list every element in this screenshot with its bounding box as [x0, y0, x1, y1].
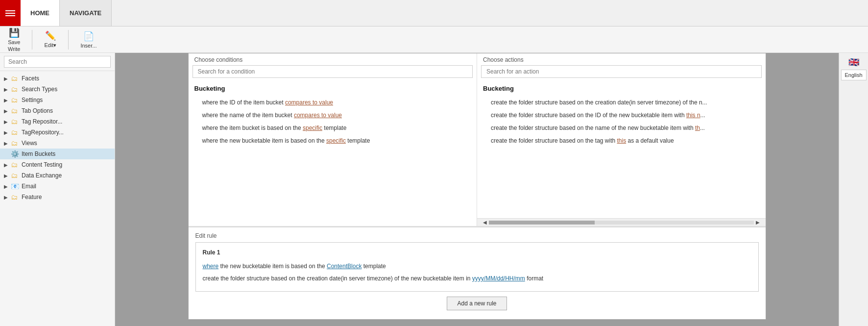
- scroll-thumb: [489, 221, 595, 225]
- add-rule-button[interactable]: Add a new rule: [447, 297, 506, 310]
- condition-item[interactable]: where the ID of the item bucket compares…: [194, 96, 471, 109]
- folder-icon: 🗂: [11, 107, 20, 115]
- save-icon: 💾: [9, 27, 20, 38]
- sidebar-item-label: Content Testing: [22, 161, 62, 168]
- conditions-search-input[interactable]: [193, 65, 473, 78]
- scroll-track[interactable]: [489, 221, 754, 225]
- expand-arrow: ▶: [4, 76, 11, 81]
- expand-arrow: ▶: [4, 87, 11, 92]
- expand-arrow: ▶: [4, 184, 11, 189]
- condition-item[interactable]: where the item bucket is based on the sp…: [194, 122, 471, 134]
- folder-icon: 🗂: [11, 161, 20, 169]
- tab-home[interactable]: HOME: [21, 0, 60, 26]
- action-link[interactable]: this n: [686, 112, 700, 119]
- sidebar-item-feature[interactable]: ▶ 🗂 Feature: [0, 192, 115, 202]
- folder-icon: 🗂: [11, 193, 20, 201]
- sidebar-item-tag-repository2[interactable]: ▶ 🗂 TagRepository...: [0, 127, 115, 138]
- action-link[interactable]: this: [617, 137, 626, 144]
- sidebar-item-label: Tag Repositor...: [22, 118, 62, 125]
- folder-icon: 🗂: [11, 85, 20, 93]
- search-input[interactable]: [4, 56, 111, 68]
- action-item[interactable]: create the folder structure based on the…: [483, 96, 760, 109]
- condition-link[interactable]: compares to value: [294, 112, 342, 119]
- edit-icon: ✏️: [45, 30, 56, 41]
- folder-icon: 🗂: [11, 118, 20, 125]
- expand-arrow: ▶: [4, 141, 11, 146]
- sidebar-item-facets[interactable]: ▶ 🗂 Facets: [0, 73, 115, 84]
- rule-condition-suffix: template: [363, 263, 386, 270]
- sidebar-item-label: Item Buckets: [22, 150, 55, 157]
- sidebar-item-label: Data Exchange: [22, 172, 62, 179]
- sidebar-item-tag-repository1[interactable]: ▶ 🗂 Tag Repositor...: [0, 116, 115, 127]
- modal-overlay: Choose conditions Bucketing where the ID…: [115, 53, 839, 326]
- sidebar-item-label: Views: [22, 140, 37, 147]
- rule-condition-text: the new bucketable item is based on the: [220, 263, 327, 270]
- action-item[interactable]: create the folder structure based on the…: [483, 134, 760, 147]
- email-icon: 📧: [11, 182, 20, 190]
- conditions-panel: Choose conditions Bucketing where the ID…: [189, 53, 478, 226]
- main-layout: ▶ 🗂 Facets ▶ 🗂 Search Types ▶ 🗂 Settings…: [0, 53, 868, 326]
- sidebar-item-label: Settings: [22, 97, 43, 103]
- sidebar-item-label: Tab Options: [22, 107, 53, 114]
- tab-navigate[interactable]: NAVIGATE: [60, 0, 112, 26]
- condition-link[interactable]: specific: [303, 125, 322, 131]
- language-flag: 🇬🇧: [848, 57, 859, 68]
- write-label: Write: [8, 46, 20, 52]
- condition-link[interactable]: specific: [326, 137, 346, 144]
- condition-link[interactable]: compares to value: [285, 99, 333, 106]
- actions-panel: Choose actions Bucketing create the fold…: [477, 53, 766, 226]
- rule-number: Rule 1: [203, 248, 751, 258]
- sidebar-item-settings[interactable]: ▶ 🗂 Settings: [0, 95, 115, 105]
- condition-item[interactable]: where the name of the item bucket compar…: [194, 109, 471, 122]
- rule-where-link[interactable]: where: [203, 263, 219, 270]
- sidebar-item-item-buckets[interactable]: ⚙️ Item Buckets: [0, 149, 115, 159]
- expand-arrow: ▶: [4, 130, 11, 135]
- action-item[interactable]: create the folder structure based on the…: [483, 109, 760, 122]
- sidebar-item-tab-options[interactable]: ▶ 🗂 Tab Options: [0, 105, 115, 116]
- hamburger-icon[interactable]: [5, 9, 15, 18]
- edit-button[interactable]: ✏️ Edit▾: [40, 28, 60, 50]
- tab-divider: [112, 0, 868, 26]
- folder-icon: 🗂: [11, 128, 20, 136]
- sidebar-item-data-exchange[interactable]: ▶ 🗂 Data Exchange: [0, 170, 115, 181]
- expand-arrow: ▶: [4, 98, 11, 103]
- sidebar-item-views[interactable]: ▶ 🗂 Views: [0, 138, 115, 149]
- rule-action-suffix: format: [527, 275, 543, 282]
- scroll-left-arrow[interactable]: ◀: [481, 220, 489, 225]
- expand-arrow: ▶: [4, 162, 11, 168]
- sidebar-item-label: Feature: [22, 194, 42, 201]
- sidebar-tree: ▶ 🗂 Facets ▶ 🗂 Search Types ▶ 🗂 Settings…: [0, 71, 115, 326]
- choose-row: Choose conditions Bucketing where the ID…: [189, 53, 766, 226]
- actions-list: Bucketing create the folder structure ba…: [477, 81, 766, 218]
- insert-label: Inser...: [80, 43, 96, 49]
- expand-arrow: ▶: [4, 173, 11, 178]
- action-link[interactable]: th: [695, 125, 700, 131]
- conditions-section-title: Bucketing: [194, 85, 471, 92]
- scroll-right-arrow[interactable]: ▶: [754, 220, 762, 225]
- insert-button[interactable]: 📄 Inser...: [76, 29, 100, 50]
- language-selector[interactable]: English: [841, 70, 867, 80]
- rule-format-link[interactable]: yyyy/MM/dd/HH/mm: [472, 275, 525, 282]
- sidebar-item-label: Email: [22, 183, 36, 190]
- toolbar-divider-2: [68, 30, 69, 50]
- action-item[interactable]: create the folder structure based on the…: [483, 122, 760, 134]
- folder-icon: 🗂: [11, 96, 20, 104]
- actions-search-input[interactable]: [481, 65, 762, 78]
- sidebar-item-email[interactable]: ▶ 📧 Email: [0, 181, 115, 192]
- rule-template-link[interactable]: ContentBlock: [327, 263, 362, 270]
- add-rule-row: Add a new rule: [195, 292, 759, 314]
- sidebar-item-content-testing[interactable]: ▶ 🗂 Content Testing: [0, 159, 115, 170]
- sidebar-item-search-types[interactable]: ▶ 🗂 Search Types: [0, 84, 115, 95]
- conditions-label: Choose conditions: [189, 53, 477, 65]
- rule-condition-line: where the new bucketable item is based o…: [203, 261, 751, 272]
- expand-arrow: ▶: [4, 119, 11, 125]
- folder-icon: 🗂: [11, 172, 20, 179]
- folder-icon: 🗂: [11, 75, 20, 82]
- toolbar-divider: [32, 30, 32, 50]
- modal-dialog: Choose conditions Bucketing where the ID…: [188, 53, 766, 320]
- actions-label: Choose actions: [477, 53, 766, 65]
- condition-item[interactable]: where the new bucketable item is based o…: [194, 134, 471, 147]
- horizontal-scrollbar[interactable]: ◀ ▶: [477, 218, 766, 226]
- rule-box: Rule 1 where the new bucketable item is …: [195, 242, 759, 292]
- save-button[interactable]: 💾 Save Write: [4, 25, 24, 54]
